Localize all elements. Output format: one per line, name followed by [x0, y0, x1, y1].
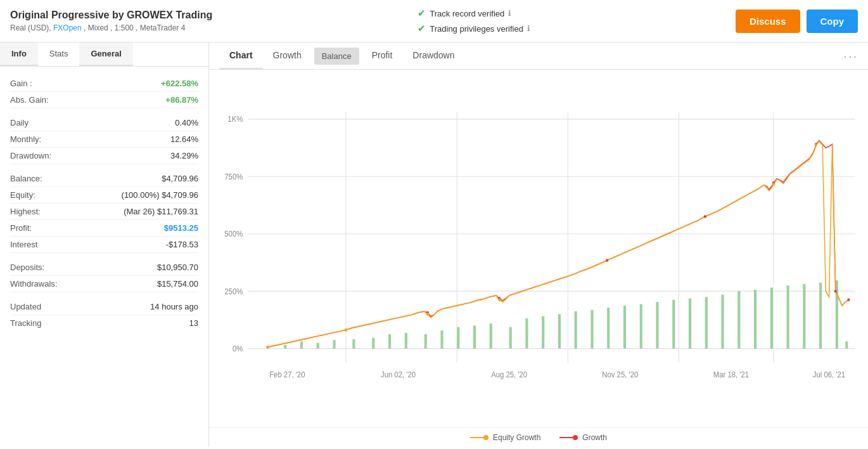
svg-point-71	[815, 143, 817, 146]
svg-rect-35	[525, 318, 528, 348]
monthly-row: Monthly: 12.64%	[10, 131, 198, 148]
svg-point-65	[847, 298, 850, 301]
deposits-row: Deposits: $10,950.70	[10, 259, 198, 276]
svg-point-75	[573, 435, 578, 440]
daily-label: Daily	[10, 118, 29, 127]
tab-growth[interactable]: Growth	[263, 42, 312, 69]
info-icon-2[interactable]: ℹ	[527, 24, 530, 33]
svg-point-73	[483, 435, 488, 440]
check-icon-2: ✔	[418, 23, 426, 34]
svg-rect-42	[640, 304, 642, 349]
svg-point-61	[704, 215, 706, 218]
tab-general[interactable]: General	[79, 42, 132, 66]
chart-area: 0% 250% 500% 750% 1K% Feb 27, '20 Jun 02…	[209, 70, 868, 427]
svg-rect-38	[575, 311, 577, 349]
gain-label: Gain :	[10, 79, 32, 88]
highest-label: Highest:	[10, 207, 41, 216]
chart-legend: Equity Growth Growth	[209, 427, 868, 447]
track-record-label: Track record verified	[430, 9, 504, 18]
highest-row: Highest: (Mar 26) $11,769.31	[10, 204, 198, 220]
legend-equity-line-icon	[470, 434, 489, 441]
drawdown-label: Drawdown:	[10, 151, 51, 160]
drawdown-row: Drawdown: 34.29%	[10, 148, 198, 164]
interest-row: Interest -$178.53	[10, 237, 198, 253]
daily-row: Daily 0.40%	[10, 115, 198, 131]
svg-rect-31	[457, 327, 459, 349]
header-left: Original Progressive by GROWEX Trading R…	[10, 10, 212, 32]
withdrawals-value: $15,754.00	[157, 279, 198, 289]
profit-label: Profit:	[10, 223, 32, 233]
info-icon-1[interactable]: ℹ	[508, 9, 511, 18]
more-options-button[interactable]: ···	[843, 49, 858, 63]
svg-rect-44	[672, 300, 675, 349]
abs-gain-row: Abs. Gain: +86.87%	[10, 92, 198, 108]
equity-value: (100.00%) $4,709.96	[122, 190, 198, 200]
header-verified: ✔ Track record verified ℹ ✔ Trading priv…	[418, 8, 530, 34]
left-panel: Info Stats General Gain : +622.58% Abs. …	[0, 42, 209, 447]
discuss-button[interactable]: Discuss	[736, 10, 800, 33]
svg-text:750%: 750%	[224, 172, 243, 181]
svg-rect-53	[819, 283, 822, 349]
right-panel: Chart Growth Balance Profit Drawdown ···	[209, 42, 868, 447]
svg-rect-41	[623, 306, 626, 349]
svg-text:500%: 500%	[224, 230, 243, 239]
svg-rect-52	[803, 284, 805, 349]
svg-rect-40	[607, 308, 610, 348]
fxopen-link[interactable]: FXOpen	[53, 23, 82, 32]
updated-value: 14 hours ago	[150, 302, 198, 311]
svg-rect-47	[721, 295, 724, 349]
abs-gain-label: Abs. Gain:	[10, 95, 49, 105]
svg-rect-46	[705, 297, 708, 348]
legend-growth-label: Growth	[582, 433, 607, 442]
tab-profit[interactable]: Profit	[362, 42, 403, 69]
svg-point-64	[834, 290, 837, 293]
updated-label: Updated	[10, 302, 41, 311]
gain-value: +622.58%	[161, 79, 198, 88]
tab-balance[interactable]: Balance	[314, 48, 359, 65]
gain-row: Gain : +622.58%	[10, 75, 198, 92]
profit-bars	[284, 280, 848, 348]
svg-point-66	[266, 346, 269, 349]
svg-rect-22	[300, 341, 303, 348]
track-record-verified: ✔ Track record verified ℹ	[418, 8, 530, 19]
svg-text:Aug 25, '20: Aug 25, '20	[491, 370, 527, 379]
svg-rect-34	[509, 327, 512, 349]
svg-rect-50	[770, 288, 773, 349]
svg-point-68	[426, 313, 429, 316]
info-panel: Gain : +622.58% Abs. Gain: +86.87% Daily…	[0, 67, 208, 447]
legend-equity-growth: Equity Growth	[470, 433, 540, 442]
svg-text:1K%: 1K%	[227, 115, 243, 124]
legend-equity-label: Equity Growth	[493, 433, 540, 442]
svg-text:250%: 250%	[224, 287, 243, 296]
svg-text:0%: 0%	[233, 344, 243, 354]
check-icon-1: ✔	[418, 8, 426, 19]
strategy-title: Original Progressive by GROWEX Trading	[10, 10, 212, 21]
copy-button[interactable]: Copy	[807, 10, 858, 33]
tracking-value: 13	[189, 318, 198, 328]
svg-text:Mar 18, '21: Mar 18, '21	[713, 370, 750, 379]
tab-stats[interactable]: Stats	[38, 42, 80, 66]
right-tabs: Chart Growth Balance Profit Drawdown ···	[209, 42, 868, 70]
svg-rect-51	[787, 285, 789, 348]
monthly-label: Monthly:	[10, 134, 41, 144]
strategy-subtitle: Real (USD), FXOpen , Mixed , 1:500 , Met…	[10, 23, 212, 32]
svg-rect-25	[352, 339, 355, 349]
profit-row: Profit: $9513.25	[10, 220, 198, 237]
profit-value: $9513.25	[164, 223, 198, 233]
svg-point-60	[606, 259, 608, 262]
svg-rect-45	[689, 298, 691, 348]
tracking-row: Tracking 13	[10, 315, 198, 331]
equity-label: Equity:	[10, 190, 35, 200]
equity-growth-line	[267, 141, 848, 347]
balance-row: Balance: $4,709.96	[10, 171, 198, 187]
drawdown-value: 34.29%	[170, 151, 198, 160]
svg-point-70	[772, 183, 775, 186]
svg-rect-55	[845, 341, 848, 348]
tab-chart[interactable]: Chart	[219, 42, 263, 69]
svg-rect-39	[590, 310, 593, 349]
abs-gain-value: +86.87%	[165, 95, 198, 105]
updated-row: Updated 14 hours ago	[10, 299, 198, 315]
tab-info[interactable]: Info	[0, 42, 38, 66]
svg-rect-26	[372, 338, 374, 349]
tab-drawdown[interactable]: Drawdown	[402, 42, 464, 69]
